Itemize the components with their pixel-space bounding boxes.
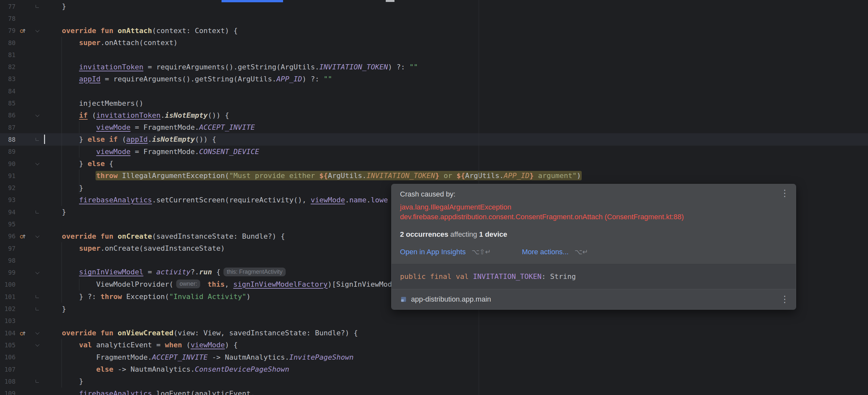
line-number[interactable]: 92 (0, 184, 16, 191)
code-line[interactable]: 89 viewMode = FragmentMode.CONSENT_DEVIC… (0, 146, 868, 158)
line-number[interactable]: 104 (0, 330, 16, 337)
symbol-signature: public final val INVITATION_TOKEN: Strin… (392, 264, 796, 289)
line-number[interactable]: 93 (0, 196, 16, 203)
line-number[interactable]: 100 (0, 281, 16, 288)
fold-marker-icon[interactable] (36, 307, 39, 310)
open-in-app-insights-link[interactable]: Open in App Insights (400, 248, 466, 256)
line-number[interactable]: 97 (0, 245, 16, 252)
line-number[interactable]: 98 (0, 257, 16, 264)
crash-actions-row: Open in App Insights ⌥⇧↵ More actions...… (400, 248, 787, 256)
line-number[interactable]: 77 (0, 3, 16, 10)
line-number[interactable]: 107 (0, 366, 16, 373)
line-number[interactable]: 88 (0, 136, 16, 143)
overriding-method-icon[interactable] (20, 233, 26, 239)
code-text: } (45, 377, 83, 385)
line-number[interactable]: 81 (0, 51, 16, 58)
fold-marker-icon[interactable] (36, 295, 39, 298)
more-actions-link[interactable]: More actions... (522, 248, 568, 256)
line-number[interactable]: 96 (0, 232, 16, 239)
popup-footer-kebab-icon[interactable]: ⋮ (780, 295, 789, 304)
crash-details-popup: Crash caused by: java.lang.IllegalArgume… (391, 184, 796, 310)
code-line[interactable]: 105 val analyticEvent = when (viewMode) … (0, 339, 868, 351)
code-text: injectMembers() (45, 99, 144, 107)
line-number[interactable]: 83 (0, 75, 16, 82)
crash-location-link[interactable]: dev.firebase.appdistribution.consent.Con… (400, 212, 787, 222)
line-number[interactable]: 105 (0, 341, 16, 349)
shortcut-hint-more-actions: ⌥↵ (575, 248, 588, 256)
line-number[interactable]: 85 (0, 100, 16, 107)
line-number[interactable]: 87 (0, 124, 16, 131)
code-line[interactable]: 103 (0, 315, 868, 327)
code-text: viewMode = FragmentMode.CONSENT_DEVICE (45, 147, 259, 156)
code-line[interactable]: 81 (0, 49, 868, 61)
fold-marker-icon[interactable] (36, 380, 39, 383)
code-line[interactable]: 107 else -> NautmAnalytics.ConsentDevice… (0, 363, 868, 375)
code-text: override fun onViewCreated(view: View, s… (45, 329, 358, 337)
fold-marker-icon[interactable] (35, 331, 39, 335)
line-number[interactable]: 78 (0, 15, 16, 22)
code-line[interactable]: 108 } (0, 375, 868, 387)
fold-marker-icon[interactable] (35, 161, 39, 165)
code-line[interactable]: 80 super.onAttach(context) (0, 37, 868, 49)
fold-marker-icon[interactable] (35, 270, 39, 274)
line-number[interactable]: 95 (0, 221, 16, 228)
code-text: viewMode = FragmentMode.ACCEPT_INVITE (45, 123, 255, 131)
code-line[interactable]: 77 } (0, 0, 868, 12)
fold-marker-icon[interactable] (35, 28, 39, 32)
code-line[interactable]: 109 firebaseAnalytics.logEvent(analyticE… (0, 388, 868, 395)
code-line[interactable]: 79 override fun onAttach(context: Contex… (0, 25, 868, 37)
crash-summary-section: Crash caused by: java.lang.IllegalArgume… (392, 184, 796, 264)
occurrence-count: 2 occurrences (400, 230, 448, 238)
code-text: throw IllegalArgumentException("Must pro… (45, 172, 581, 180)
fold-marker-icon[interactable] (36, 5, 39, 8)
fold-marker-icon[interactable] (35, 342, 39, 347)
line-number[interactable]: 102 (0, 305, 16, 312)
code-line[interactable]: 86 if (invitationToken.isNotEmpty()) { (0, 109, 868, 121)
code-text: signInViewModel = activity?.run {this: F… (45, 268, 288, 277)
line-number[interactable]: 99 (0, 269, 16, 276)
line-number[interactable]: 108 (0, 378, 16, 385)
code-text: override fun onAttach(context: Context) … (45, 27, 238, 35)
code-text: ViewModelProvider(owner: this, signInVie… (45, 280, 392, 289)
code-line[interactable]: 87 viewMode = FragmentMode.ACCEPT_INVITE (0, 121, 868, 133)
code-text: super.onAttach(context) (45, 38, 178, 47)
fold-marker-icon[interactable] (36, 210, 39, 214)
module-footer: app-distribution.app.main ⋮ (392, 289, 796, 309)
line-number[interactable]: 109 (0, 390, 16, 395)
overriding-method-icon[interactable] (20, 330, 26, 336)
code-line[interactable]: 104 override fun onViewCreated(view: Vie… (0, 327, 868, 339)
inlay-hint: this: FragmentActivity (223, 267, 286, 276)
fold-marker-icon[interactable] (36, 138, 39, 141)
line-number[interactable]: 79 (0, 27, 16, 34)
line-number[interactable]: 94 (0, 208, 16, 216)
line-number[interactable]: 89 (0, 148, 16, 155)
line-number[interactable]: 84 (0, 88, 16, 95)
line-number[interactable]: 101 (0, 293, 16, 300)
line-number[interactable]: 90 (0, 160, 16, 167)
code-line[interactable]: 90 } else { (0, 158, 868, 170)
code-line[interactable]: 88 } else if (appId.isNotEmpty()) { (0, 133, 868, 145)
code-line[interactable]: 78 (0, 12, 868, 24)
line-number[interactable]: 86 (0, 112, 16, 119)
popup-menu-kebab-icon[interactable]: ⋮ (780, 189, 789, 198)
line-number[interactable]: 82 (0, 63, 16, 70)
crash-exception-text: java.lang.IllegalArgumentException (400, 202, 787, 212)
active-tab-indicator (221, 0, 283, 2)
code-text: FragmentMode.ACCEPT_INVITE -> NautmAnaly… (45, 353, 354, 361)
line-number[interactable]: 103 (0, 317, 16, 324)
code-line[interactable]: 84 (0, 85, 868, 97)
signature-keywords: public final val (400, 273, 473, 281)
occurrence-middle-text: affecting (448, 230, 479, 238)
line-number[interactable]: 91 (0, 172, 16, 179)
line-number[interactable]: 80 (0, 39, 16, 46)
fold-marker-icon[interactable] (35, 113, 39, 117)
code-line[interactable]: 106 FragmentMode.ACCEPT_INVITE -> NautmA… (0, 351, 868, 363)
overriding-method-icon[interactable] (20, 27, 26, 34)
inlay-hint: owner: (176, 280, 200, 288)
code-line[interactable]: 83 appId = requireArguments().getString(… (0, 73, 868, 85)
line-number[interactable]: 106 (0, 354, 16, 361)
code-line[interactable]: 82 invitationToken = requireArguments().… (0, 61, 868, 73)
code-line[interactable]: 91 throw IllegalArgumentException("Must … (0, 170, 868, 181)
fold-marker-icon[interactable] (35, 234, 39, 238)
code-line[interactable]: 85 injectMembers() (0, 97, 868, 109)
